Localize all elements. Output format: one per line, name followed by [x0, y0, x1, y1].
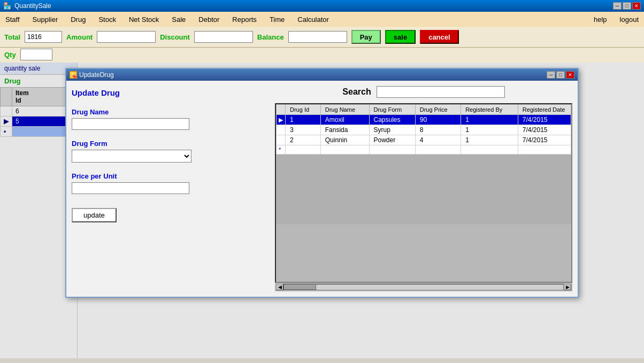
cell-reg-date: 7/4/2015	[518, 135, 571, 145]
cell-reg-by: 1	[461, 135, 518, 145]
drug-form-select[interactable]: Capsules Syrup Powder Tablet	[72, 150, 191, 163]
cell-drug-id: 1	[286, 115, 321, 125]
cell-empty	[415, 145, 461, 155]
balance-input[interactable]	[288, 31, 347, 43]
scroll-right-button[interactable]: ▶	[564, 284, 571, 290]
minimize-button[interactable]: ─	[613, 2, 622, 10]
modal-body: Update Drug Drug Name Drug Form Capsules…	[66, 81, 578, 297]
data-table-wrapper: Drug Id Drug Name Drug Form Drug Price R…	[275, 103, 572, 283]
close-button[interactable]: ✕	[632, 2, 641, 10]
update-button[interactable]: update	[72, 208, 117, 222]
cell-drug-name: Quinnin	[320, 135, 369, 145]
menu-staff[interactable]: Staff	[0, 14, 25, 25]
cell-drug-name: Amoxil	[320, 115, 369, 125]
menu-sale[interactable]: Sale	[166, 14, 191, 25]
search-input[interactable]	[377, 86, 505, 98]
data-table: Drug Id Drug Name Drug Form Drug Price R…	[276, 104, 571, 155]
sale-button[interactable]: sale	[385, 30, 416, 44]
total-label: Total	[4, 33, 20, 41]
menu-help[interactable]: help	[588, 14, 612, 25]
scroll-left-button[interactable]: ◀	[276, 284, 283, 290]
row-arrow: ▶	[277, 115, 286, 125]
cell-empty	[461, 145, 518, 155]
cancel-button[interactable]: cancel	[420, 30, 458, 44]
cell-empty	[320, 145, 369, 155]
drug-name-input[interactable]	[72, 118, 189, 130]
main-area: quantity sale Drug ItemId 6 ▶ 5	[0, 63, 644, 358]
modal-controls: ─ □ ✕	[547, 71, 574, 79]
cell-drug-form: Capsules	[369, 115, 415, 125]
pay-button[interactable]: Pay	[351, 30, 381, 44]
col-registered-date: Registered Date	[518, 105, 571, 115]
menu-calculator[interactable]: Calculator	[292, 14, 334, 25]
col-drug-name: Drug Name	[320, 105, 369, 115]
title-bar: 🏪 QuantitySale ─ □ ✕	[0, 0, 644, 12]
cell-reg-date: 7/4/2015	[518, 125, 571, 135]
menu-reports[interactable]: Reports	[227, 14, 262, 25]
app-icon: 🏪	[3, 2, 11, 10]
table-empty-area	[276, 155, 571, 224]
table-row-new[interactable]: *	[277, 145, 571, 155]
cell-reg-by: 1	[461, 115, 518, 125]
row-arrow	[277, 135, 286, 145]
cell-drug-form: Powder	[369, 135, 415, 145]
drug-name-field: Drug Name	[72, 108, 264, 130]
menu-net-stock[interactable]: Net Stock	[124, 14, 164, 25]
amount-input[interactable]	[97, 31, 156, 43]
menu-logout[interactable]: logout	[615, 14, 644, 25]
price-label: Price per Unit	[72, 172, 264, 180]
cell-drug-name: Fansida	[320, 125, 369, 135]
col-drug-price: Drug Price	[415, 105, 461, 115]
menu-time[interactable]: Time	[264, 14, 290, 25]
cell-drug-id: 2	[286, 135, 321, 145]
discount-input[interactable]	[194, 31, 253, 43]
modal-close-button[interactable]: ✕	[566, 71, 574, 79]
col-arrow	[277, 105, 286, 115]
menu-stock[interactable]: Stock	[93, 14, 121, 25]
discount-label: Discount	[160, 33, 190, 41]
drug-name-label: Drug Name	[72, 108, 264, 116]
menu-drug[interactable]: Drug	[65, 14, 91, 25]
modal-title-left: 💊 UpdateDrug	[70, 71, 114, 79]
scrollbar-area: ◀ ▶	[275, 283, 572, 291]
cell-empty	[286, 145, 321, 155]
cell-reg-date: 7/4/2015	[518, 115, 571, 125]
qty-label: Qty	[4, 51, 16, 59]
cell-drug-price: 4	[415, 135, 461, 145]
drug-form-field: Drug Form Capsules Syrup Powder Tablet	[72, 140, 264, 163]
qty-input[interactable]	[20, 49, 52, 60]
drug-form-label: Drug Form	[72, 140, 264, 148]
table-row[interactable]: 2 Quinnin Powder 4 1 7/4/2015	[277, 135, 571, 145]
toolbar2: Qty	[0, 48, 644, 63]
modal-icon: 💊	[70, 71, 77, 79]
horizontal-scrollbar[interactable]	[283, 284, 564, 290]
scroll-thumb[interactable]	[284, 284, 316, 290]
col-registered-by: Registered By	[461, 105, 518, 115]
menu-bar: Staff Supplier Drug Stock Net Stock Sale…	[0, 12, 644, 27]
search-row: Search	[275, 86, 572, 98]
row-arrow: *	[277, 145, 286, 155]
cell-drug-form: Syrup	[369, 125, 415, 135]
menu-debtor[interactable]: Debtor	[193, 14, 225, 25]
modal-maximize-button[interactable]: □	[556, 71, 565, 79]
total-input[interactable]	[25, 31, 62, 43]
cell-empty	[518, 145, 571, 155]
modal-title: UpdateDrug	[79, 71, 114, 79]
maximize-button[interactable]: □	[623, 2, 631, 10]
menu-supplier[interactable]: Supplier	[27, 14, 64, 25]
form-title: Update Drug	[72, 88, 264, 97]
balance-label: Balance	[257, 33, 284, 41]
modal-overlay: 💊 UpdateDrug ─ □ ✕ Update Drug Drug Name	[0, 63, 644, 358]
modal-minimize-button[interactable]: ─	[547, 71, 555, 79]
price-input[interactable]	[72, 182, 189, 194]
col-drug-form: Drug Form	[369, 105, 415, 115]
cell-drug-price: 90	[415, 115, 461, 125]
table-row[interactable]: ▶ 1 Amoxil Capsules 90 1 7/4/2015	[277, 115, 571, 125]
cell-empty	[369, 145, 415, 155]
title-bar-controls: ─ □ ✕	[613, 2, 641, 10]
amount-label: Amount	[66, 33, 93, 41]
app-title: QuantitySale	[14, 2, 51, 10]
cell-drug-price: 8	[415, 125, 461, 135]
form-panel: Update Drug Drug Name Drug Form Capsules…	[72, 86, 264, 291]
table-row[interactable]: 3 Fansida Syrup 8 1 7/4/2015	[277, 125, 571, 135]
